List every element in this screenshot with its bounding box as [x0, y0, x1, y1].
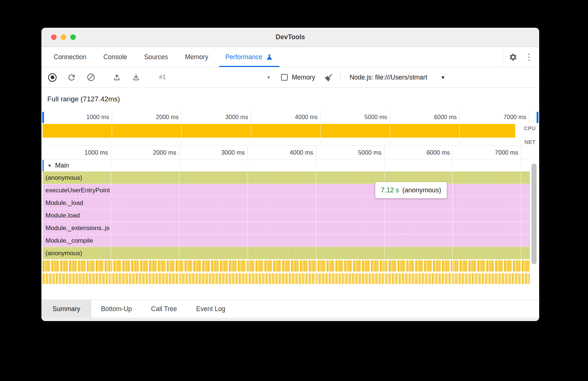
close-button[interactable] — [51, 34, 57, 40]
ruler-tick: 2000 ms — [153, 146, 179, 159]
vertical-scrollbar[interactable] — [531, 163, 537, 264]
panel-tab-bar: Connection Console Sources Memory Perfor… — [41, 47, 539, 67]
tab-summary[interactable]: Summary — [41, 300, 91, 318]
main-track-label: Main — [55, 162, 69, 169]
ruler-tick: 1000 ms — [85, 146, 111, 159]
tab-connection-label: Connection — [54, 53, 87, 61]
tab-call-tree[interactable]: Call Tree — [142, 300, 187, 318]
collect-garbage-button[interactable] — [324, 73, 334, 82]
detail-tab-bar: Summary Bottom-Up Call Tree Event Log — [41, 300, 539, 318]
flame-frame-executeuserentrypoint[interactable]: executeUserEntryPoint — [43, 184, 530, 196]
zoom-button[interactable] — [70, 34, 76, 40]
flame-frame-module-load[interactable]: Module.load — [43, 209, 530, 222]
flask-icon — [266, 53, 273, 61]
reload-and-record-button[interactable] — [67, 73, 76, 82]
panel-actions: ⋮ — [503, 47, 533, 67]
target-chevron-down-icon: ▼ — [440, 75, 445, 80]
devtools-window: DevTools Connection Console Sources Memo… — [41, 28, 539, 321]
performance-panel: Full range (7127.42ms) 1000 ms 2000 ms 3… — [41, 88, 539, 300]
gridlines — [43, 138, 538, 145]
collapse-triangle-icon[interactable]: ▼ — [47, 163, 52, 168]
tab-sources[interactable]: Sources — [136, 47, 176, 67]
clear-recordings-button[interactable] — [87, 73, 95, 82]
download-icon — [132, 73, 141, 82]
ruler-tick: 6000 ms — [434, 111, 460, 124]
title-bar: DevTools — [41, 28, 539, 47]
full-range-label: Full range (7127.42ms) — [43, 88, 538, 111]
overview-ruler: 1000 ms 2000 ms 3000 ms 4000 ms 5000 ms … — [43, 111, 538, 124]
cpu-activity-fill — [43, 124, 515, 138]
tab-memory-label: Memory — [185, 53, 208, 61]
tab-console[interactable]: Console — [95, 47, 136, 67]
toolbar-divider — [340, 73, 341, 82]
target-select[interactable]: Node.js: file:///Users/stmart ▼ — [349, 74, 445, 81]
tab-performance-label: Performance — [225, 53, 262, 61]
target-label: Node.js: file:///Users/stmart — [349, 74, 427, 81]
cpu-track[interactable]: CPU — [43, 124, 538, 138]
tab-summary-label: Summary — [53, 305, 80, 313]
tab-memory[interactable]: Memory — [176, 47, 217, 67]
net-track[interactable]: NET — [43, 138, 538, 145]
micro-frames-band[interactable] — [43, 273, 530, 284]
traffic-lights — [51, 34, 76, 40]
micro-frames-band[interactable] — [43, 260, 530, 272]
ruler-tick: 7000 ms — [495, 146, 521, 159]
memory-toggle[interactable]: Memory — [281, 74, 315, 81]
flame-ruler: 1000 ms 2000 ms 3000 ms 4000 ms 5000 ms … — [43, 146, 530, 160]
flame-frame-module-load-underscore[interactable]: Module._load — [43, 196, 530, 209]
window-footer — [41, 318, 539, 321]
tab-connection[interactable]: Connection — [45, 47, 95, 67]
ruler-tick: 3000 ms — [226, 111, 251, 124]
flame-rows: (anonymous) executeUserEntryPoint Module… — [43, 171, 530, 284]
tab-bottom-up[interactable]: Bottom-Up — [91, 300, 142, 318]
tooltip-duration: 7.12 s — [381, 186, 399, 194]
broom-icon — [324, 73, 334, 82]
panel-tabs: Connection Console Sources Memory Perfor… — [45, 47, 282, 67]
ruler-tick: 5000 ms — [358, 146, 384, 159]
record-button[interactable] — [48, 73, 57, 82]
save-profile-button[interactable] — [132, 73, 141, 82]
timeline-overview[interactable]: 1000 ms 2000 ms 3000 ms 4000 ms 5000 ms … — [43, 111, 538, 146]
ruler-tick: 1000 ms — [87, 111, 112, 124]
tab-bottom-up-label: Bottom-Up — [101, 305, 132, 313]
scrollbar-thumb[interactable] — [531, 163, 537, 264]
minimize-button[interactable] — [61, 34, 66, 40]
overview-tracks[interactable]: CPU NET — [43, 124, 538, 145]
frame-label: (anonymous) — [45, 174, 82, 182]
ruler-tick: 6000 ms — [426, 146, 453, 159]
frame-label: (anonymous) — [45, 250, 82, 257]
range-handle-left[interactable] — [42, 112, 44, 123]
flame-frame-module-compile[interactable]: Module._compile — [43, 234, 530, 247]
ruler-tick: 7000 ms — [504, 111, 529, 124]
memory-checkbox[interactable] — [281, 74, 288, 81]
tab-event-log[interactable]: Event Log — [187, 300, 235, 318]
frame-label: executeUserEntryPoint — [45, 187, 110, 194]
tab-performance[interactable]: Performance — [217, 47, 282, 67]
performance-toolbar: #1 ▼ Memory Node.js: file:///Users/stmar… — [41, 67, 539, 88]
window-title: DevTools — [41, 33, 539, 41]
tab-call-tree-label: Call Tree — [151, 305, 177, 313]
frame-label: Module._compile — [45, 237, 93, 245]
flame-frame-module-extensions-js[interactable]: Module._extensions..js — [43, 222, 530, 234]
main-track-header[interactable]: ▼ Main — [43, 160, 530, 171]
ruler-tick: 3000 ms — [221, 146, 247, 159]
frame-tooltip: 7.12 s (anonymous) — [375, 182, 447, 198]
history-value: #1 — [159, 74, 166, 81]
load-profile-button[interactable] — [112, 73, 121, 82]
cpu-track-label: CPU — [524, 125, 535, 131]
ruler-tick: 2000 ms — [156, 111, 182, 124]
frame-label: Module._load — [45, 199, 83, 207]
tab-event-log-label: Event Log — [196, 305, 226, 313]
net-track-label: NET — [524, 139, 535, 145]
range-handle-right[interactable] — [537, 112, 538, 123]
tab-sources-label: Sources — [144, 53, 168, 61]
frame-label: Module._extensions..js — [45, 225, 109, 232]
memory-label: Memory — [292, 74, 315, 81]
ruler-tick: 4000 ms — [290, 146, 316, 159]
flame-frame-anonymous-2[interactable]: (anonymous) — [43, 247, 530, 259]
flame-frame-anonymous[interactable]: (anonymous) — [43, 171, 530, 184]
more-menu-icon[interactable]: ⋮ — [525, 53, 533, 61]
settings-icon[interactable] — [509, 53, 517, 61]
frame-label: Module.load — [45, 212, 80, 219]
history-select[interactable]: #1 ▼ — [159, 74, 271, 81]
